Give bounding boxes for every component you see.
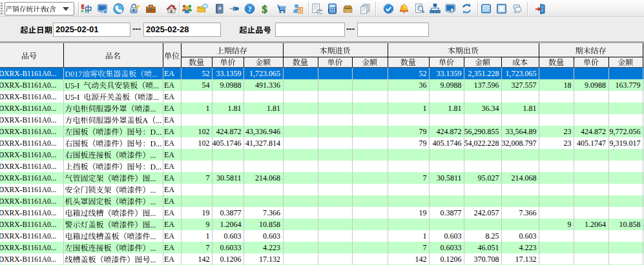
svg-text:$: $ [299, 7, 302, 14]
svg-text:?: ? [247, 5, 251, 14]
svg-text:$: $ [262, 3, 267, 14]
